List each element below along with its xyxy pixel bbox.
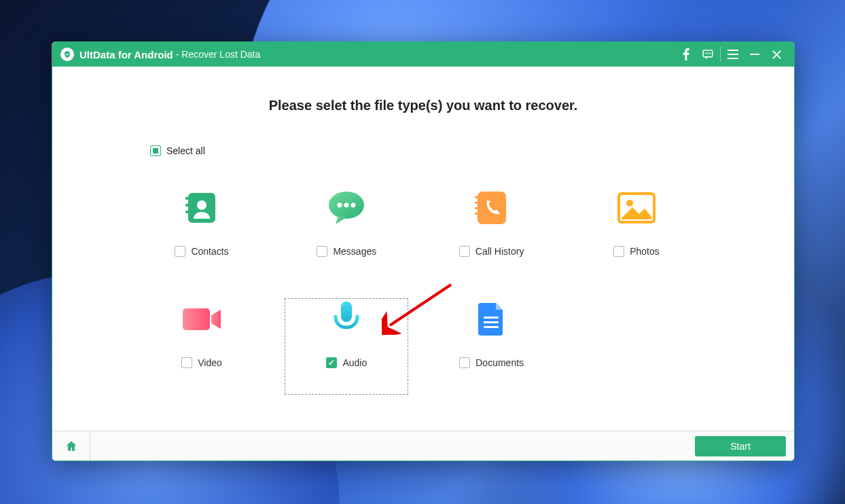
checkbox-checked-icon [326, 357, 337, 368]
svg-rect-23 [475, 213, 479, 215]
photos-icon [615, 186, 658, 230]
checkbox-icon [181, 357, 192, 368]
svg-rect-5 [727, 54, 738, 55]
footer-bar: Start [52, 431, 794, 461]
file-type-grid: Contacts Messages Ca [134, 181, 704, 401]
audio-icon [325, 298, 368, 341]
tile-video[interactable]: Video [134, 292, 270, 401]
tile-audio[interactable]: Audio [278, 292, 414, 401]
svg-rect-27 [341, 302, 352, 322]
svg-rect-30 [484, 317, 499, 319]
video-icon [180, 298, 223, 341]
tile-label: Photos [630, 246, 660, 257]
content-area: Please selet the file type(s) you want t… [52, 67, 794, 431]
app-logo-icon [60, 48, 74, 61]
home-button[interactable] [52, 431, 90, 461]
checkbox-icon [613, 246, 624, 257]
svg-rect-22 [475, 207, 479, 209]
tile-photos[interactable]: Photos [569, 181, 704, 289]
svg-rect-26 [183, 308, 210, 330]
start-button[interactable]: Start [695, 436, 786, 456]
checkbox-icon [317, 246, 327, 257]
messages-icon [325, 186, 368, 230]
svg-rect-32 [484, 326, 499, 328]
tile-contacts[interactable]: Contacts [134, 181, 270, 289]
svg-point-1 [706, 53, 706, 54]
feedback-icon[interactable] [697, 42, 719, 67]
svg-rect-7 [750, 54, 759, 55]
svg-point-25 [626, 200, 633, 206]
svg-rect-13 [185, 211, 190, 213]
tile-label: Messages [333, 246, 376, 257]
svg-rect-4 [727, 50, 738, 51]
tile-label: Video [198, 357, 222, 368]
tile-call-history[interactable]: Call History [424, 181, 560, 289]
menu-icon[interactable] [722, 42, 744, 67]
tile-label: Call History [475, 246, 524, 257]
contacts-icon [180, 186, 223, 230]
svg-point-2 [708, 53, 708, 54]
svg-point-18 [351, 203, 356, 208]
svg-point-17 [344, 203, 349, 208]
minimize-icon[interactable] [744, 42, 766, 67]
tile-label: Contacts [191, 246, 228, 257]
app-subtitle: - Recover Lost Data [176, 49, 261, 60]
tile-documents[interactable]: Documents [424, 292, 560, 401]
app-title: UltData for Android [79, 49, 173, 60]
svg-rect-6 [727, 58, 738, 59]
svg-rect-20 [475, 196, 479, 198]
tile-label: Audio [342, 357, 367, 368]
select-all-checkbox[interactable]: Select all [150, 145, 205, 156]
call-history-icon [470, 186, 514, 230]
svg-rect-31 [484, 321, 499, 323]
tile-label: Documents [475, 357, 524, 368]
documents-icon [470, 298, 514, 341]
tile-messages[interactable]: Messages [278, 181, 414, 289]
svg-point-3 [710, 53, 711, 54]
checkbox-icon [459, 246, 470, 257]
titlebar-separator [720, 47, 721, 62]
checkbox-icon [175, 246, 185, 257]
select-all-label: Select all [166, 145, 205, 156]
titlebar: UltData for Android - Recover Lost Data [52, 42, 794, 67]
checkbox-partial-icon [150, 145, 161, 156]
facebook-icon[interactable] [675, 42, 697, 67]
svg-point-16 [338, 203, 342, 208]
svg-point-14 [197, 200, 206, 210]
svg-rect-19 [478, 192, 506, 224]
svg-rect-11 [185, 197, 190, 200]
svg-rect-21 [475, 202, 479, 204]
svg-rect-12 [185, 204, 190, 206]
app-window: UltData for Android - Recover Lost Data … [52, 41, 795, 461]
checkbox-icon [459, 357, 470, 368]
page-heading: Please selet the file type(s) you want t… [52, 98, 794, 113]
close-icon[interactable] [766, 42, 787, 67]
home-icon [65, 439, 78, 453]
